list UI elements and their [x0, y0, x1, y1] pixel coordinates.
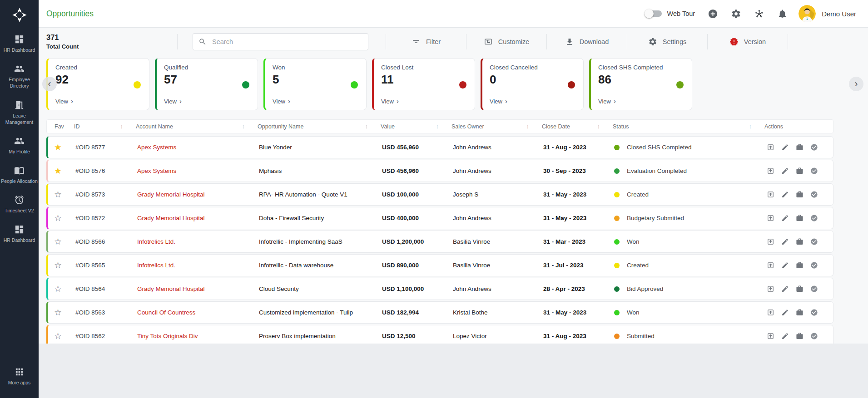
carousel-next-button[interactable]: › — [849, 77, 863, 91]
view-link[interactable]: View› — [381, 97, 399, 105]
sidebar-item-people-allocation[interactable]: People Allocation — [0, 160, 39, 189]
account-name-link[interactable]: Infotrelics Ltd. — [134, 262, 255, 269]
sidebar-item-employee-directory[interactable]: Employee Directory — [0, 58, 39, 94]
briefcase-icon[interactable] — [796, 191, 804, 198]
launch-icon[interactable] — [767, 167, 774, 175]
check-circle-icon[interactable] — [810, 309, 818, 316]
launch-icon[interactable] — [767, 309, 774, 316]
launch-icon[interactable] — [767, 143, 774, 151]
customize-button[interactable]: Customize — [466, 37, 546, 46]
sort-arrow-icon[interactable]: ↑ — [749, 123, 752, 130]
launch-icon[interactable] — [767, 261, 774, 269]
column-header-id[interactable]: ID↑ — [70, 123, 132, 130]
account-name-link[interactable]: Grady Memorial Hospital — [134, 191, 255, 198]
avatar[interactable] — [799, 5, 816, 22]
filter-button[interactable]: Filter — [386, 37, 466, 46]
check-circle-icon[interactable] — [810, 285, 818, 293]
sidebar-item-hr-dashboard[interactable]: HR Dashboard — [0, 29, 39, 58]
favorite-star-icon[interactable]: ★ — [54, 143, 62, 152]
sidebar-item-my-profile[interactable]: My Profile — [0, 130, 39, 160]
favorite-star-icon[interactable]: ☆ — [54, 190, 62, 199]
check-circle-icon[interactable] — [810, 214, 818, 222]
check-circle-icon[interactable] — [810, 167, 818, 175]
carousel-prev-button[interactable]: ‹ — [42, 77, 57, 91]
edit-pencil-icon[interactable] — [781, 167, 789, 175]
briefcase-icon[interactable] — [796, 285, 804, 293]
gear-icon[interactable] — [731, 9, 741, 19]
column-header-close-date[interactable]: Close Date↑ — [538, 123, 609, 130]
edit-pencil-icon[interactable] — [781, 214, 789, 222]
account-name-link[interactable]: Apex Systems — [134, 167, 255, 174]
account-name-link[interactable]: Grady Memorial Hospital — [134, 285, 255, 292]
plus-circle-icon[interactable] — [708, 9, 718, 19]
edit-pencil-icon[interactable] — [781, 238, 789, 246]
briefcase-icon[interactable] — [796, 261, 804, 269]
sort-arrow-icon[interactable]: ↑ — [120, 123, 124, 130]
launch-icon[interactable] — [767, 332, 774, 340]
briefcase-icon[interactable] — [796, 332, 804, 340]
check-circle-icon[interactable] — [810, 332, 818, 340]
column-header-opportunity-name[interactable]: Opportunity Name↑ — [254, 123, 377, 130]
account-name-link[interactable]: Apex Systems — [134, 144, 255, 151]
view-link[interactable]: View› — [164, 97, 182, 105]
favorite-star-icon[interactable]: ★ — [54, 167, 62, 175]
view-link[interactable]: View› — [598, 97, 616, 105]
sort-arrow-icon[interactable]: ↑ — [526, 123, 530, 130]
launch-icon[interactable] — [767, 214, 774, 222]
briefcase-icon[interactable] — [796, 167, 804, 175]
account-name-link[interactable]: Infotrelics Ltd. — [134, 238, 255, 245]
edit-pencil-icon[interactable] — [781, 332, 789, 340]
status-dot — [614, 334, 620, 339]
door-icon — [14, 100, 25, 110]
edit-pencil-icon[interactable] — [781, 285, 789, 293]
favorite-star-icon[interactable]: ☆ — [54, 285, 62, 293]
briefcase-icon[interactable] — [796, 309, 804, 316]
edit-pencil-icon[interactable] — [781, 261, 789, 269]
favorite-star-icon[interactable]: ☆ — [54, 332, 62, 340]
sidebar-item-leave-management[interactable]: Leave Management — [0, 94, 39, 130]
check-circle-icon[interactable] — [810, 238, 818, 246]
edit-pencil-icon[interactable] — [781, 143, 789, 151]
edit-pencil-icon[interactable] — [781, 309, 789, 316]
sort-arrow-icon[interactable]: ↑ — [242, 123, 245, 130]
briefcase-icon[interactable] — [796, 214, 804, 222]
download-button[interactable]: Download — [547, 37, 627, 46]
account-name-link[interactable]: Council Of Countress — [134, 309, 255, 316]
check-circle-icon[interactable] — [810, 143, 818, 151]
sort-arrow-icon[interactable]: ↑ — [436, 123, 439, 130]
sidebar-item-hr-dashboard-2[interactable]: HR Dashboard — [0, 219, 39, 248]
column-header-status[interactable]: Status↑ — [609, 123, 761, 130]
check-circle-icon[interactable] — [810, 191, 818, 198]
launch-icon[interactable] — [767, 285, 774, 293]
account-name-link[interactable]: Tiny Tots Originals Div — [134, 333, 255, 339]
view-link[interactable]: View› — [273, 97, 290, 105]
search-input[interactable] — [211, 38, 362, 46]
sort-arrow-icon[interactable]: ↑ — [597, 123, 600, 130]
settings-gear-icon — [648, 37, 657, 46]
favorite-star-icon[interactable]: ☆ — [54, 237, 62, 246]
launch-icon[interactable] — [767, 191, 774, 198]
account-name-link[interactable]: Grady Memorial Hospital — [134, 215, 255, 221]
briefcase-icon[interactable] — [796, 238, 804, 246]
check-circle-icon[interactable] — [810, 261, 818, 269]
briefcase-icon[interactable] — [796, 143, 804, 151]
opportunities-table: Fav ID↑ Account Name↑ Opportunity Name↑ … — [46, 119, 833, 344]
sidebar-item-timesheet-v2[interactable]: Timesheet V2 — [0, 189, 39, 219]
favorite-star-icon[interactable]: ☆ — [54, 308, 62, 317]
view-link[interactable]: View› — [55, 97, 73, 105]
bell-icon[interactable] — [777, 9, 788, 19]
sidebar-item-more-apps[interactable]: More apps — [7, 361, 32, 391]
view-link[interactable]: View› — [490, 97, 507, 105]
web-tour-toggle[interactable] — [645, 10, 662, 17]
launch-icon[interactable] — [767, 238, 774, 246]
favorite-star-icon[interactable]: ☆ — [54, 261, 62, 270]
version-button[interactable]: Version — [708, 37, 788, 46]
integrations-icon[interactable] — [754, 9, 764, 19]
settings-button[interactable]: Settings — [627, 37, 707, 46]
column-header-account-name[interactable]: Account Name↑ — [132, 123, 254, 130]
column-header-sales-owner[interactable]: Sales Owner↑ — [448, 123, 538, 130]
favorite-star-icon[interactable]: ☆ — [54, 214, 62, 222]
sort-arrow-icon[interactable]: ↑ — [365, 123, 368, 130]
column-header-value[interactable]: Value↑ — [377, 123, 448, 130]
edit-pencil-icon[interactable] — [781, 191, 789, 198]
